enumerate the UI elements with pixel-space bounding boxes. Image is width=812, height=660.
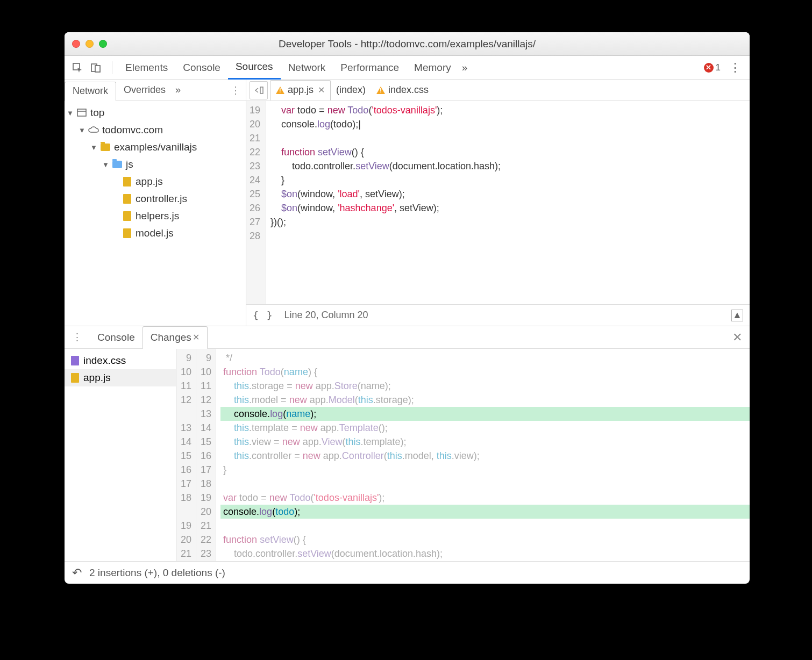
error-icon: ✕ (704, 63, 714, 73)
close-tab-icon[interactable]: ✕ (318, 85, 325, 95)
drawer-tabstrip: ⋮ ConsoleChanges ✕ ✕ (65, 326, 750, 349)
editor-tabstrip: app.js✕(index)index.css (246, 80, 750, 101)
changes-file-list[interactable]: index.cssapp.js (65, 349, 176, 561)
tree-root-label: top (90, 107, 104, 119)
inspect-element-icon[interactable] (70, 60, 85, 75)
tree-folder[interactable]: ▼ examples/vanillajs (65, 139, 246, 156)
tree-file[interactable]: app.js (65, 173, 246, 190)
divider (112, 61, 112, 74)
editor-nav-button[interactable] (250, 81, 268, 99)
file-icon (71, 356, 79, 365)
tree-file-label: model.js (136, 227, 174, 239)
revert-icon[interactable]: ↶ (72, 566, 82, 580)
panel-tab-memory[interactable]: Memory (407, 56, 459, 80)
editor-gutter: 19202122232425262728 (246, 101, 266, 304)
navigator-tab-overrides[interactable]: Overrides (116, 80, 173, 101)
tree-file[interactable]: model.js (65, 225, 246, 242)
diff-code: */ function Todo(name) { this.storage = … (216, 349, 750, 561)
file-icon (122, 211, 132, 221)
warning-icon (376, 87, 385, 94)
file-icon (71, 373, 79, 383)
pretty-print-button[interactable]: { } (253, 310, 274, 321)
changes-summary: 2 insertions (+), 0 deletions (-) (89, 567, 225, 579)
changes-file-label: app.js (83, 372, 111, 384)
devtools-window: Developer Tools - http://todomvc.com/exa… (65, 32, 750, 584)
zoom-window-button[interactable] (99, 40, 107, 48)
diff-gutter-old: 9101112 131415161718 192021 (176, 349, 196, 561)
traffic-lights (72, 40, 107, 48)
warning-icon (276, 87, 284, 94)
diff-gutter-new: 91011121314151617181920212223 (196, 349, 216, 561)
file-icon (122, 176, 132, 187)
cursor-position: Line 20, Column 20 (284, 310, 368, 321)
folder-icon (112, 159, 123, 170)
panel-tab-performance[interactable]: Performance (333, 56, 407, 80)
file-icon (122, 193, 132, 204)
navigator-overflow-icon[interactable]: » (175, 84, 181, 96)
tree-root[interactable]: ▼ top (65, 104, 246, 121)
editor-tab-label: index.css (388, 84, 429, 96)
main-toolbar: ElementsConsoleSourcesNetworkPerformance… (65, 56, 750, 80)
tree-file-label: helpers.js (136, 210, 179, 222)
changes-file-item[interactable]: index.css (65, 352, 176, 369)
editor-pane: app.js✕(index)index.css 1920212223242526… (246, 80, 750, 326)
editor-tab[interactable]: app.js✕ (270, 80, 331, 101)
drawer-menu-icon[interactable]: ⋮ (65, 331, 90, 343)
tree-subfolder-label: js (126, 159, 133, 170)
panel-tab-sources[interactable]: Sources (228, 56, 281, 80)
editor-tab[interactable]: index.css (371, 80, 434, 101)
tree-file[interactable]: helpers.js (65, 207, 246, 225)
settings-menu-icon[interactable]: ⋮ (726, 61, 744, 75)
editor-tab[interactable]: (index) (331, 80, 371, 101)
titlebar: Developer Tools - http://todomvc.com/exa… (65, 32, 750, 56)
tree-file[interactable]: controller.js (65, 190, 246, 207)
folder-icon (100, 142, 111, 153)
editor-statusbar: { } Line 20, Column 20 ▲ (246, 304, 750, 326)
editor-tab-label: (index) (336, 84, 366, 96)
file-icon (122, 228, 132, 239)
tree-file-label: controller.js (136, 193, 187, 205)
svg-rect-3 (77, 109, 86, 116)
drawer-close-icon[interactable]: ✕ (732, 331, 750, 345)
editor-tab-label: app.js (288, 84, 314, 96)
changes-file-item[interactable]: app.js (65, 369, 176, 386)
tree-origin[interactable]: ▼ todomvc.com (65, 121, 246, 139)
error-count: 1 (716, 62, 721, 73)
changes-statusbar: ↶ 2 insertions (+), 0 deletions (-) (65, 561, 750, 584)
navigator-tab-network[interactable]: Network (65, 82, 116, 101)
device-toolbar-icon[interactable] (88, 60, 103, 75)
window-title: Developer Tools - http://todomvc.com/exa… (65, 38, 750, 50)
svg-rect-2 (95, 66, 100, 72)
panel-tab-network[interactable]: Network (281, 56, 333, 80)
minimize-window-button[interactable] (86, 40, 94, 48)
panel-tab-elements[interactable]: Elements (118, 56, 175, 80)
drawer: ⋮ ConsoleChanges ✕ ✕ index.cssapp.js 910… (65, 326, 750, 584)
tabs-overflow-icon[interactable]: » (462, 62, 468, 74)
navigator-pane: NetworkOverrides » ⋮ ▼ top ▼ todomvc.com… (65, 80, 246, 326)
coverage-toggle-icon[interactable]: ▲ (731, 310, 743, 321)
cloud-icon (88, 125, 99, 135)
navigator-tabs: NetworkOverrides » ⋮ (65, 80, 246, 101)
code-editor[interactable]: 19202122232425262728 var todo = new Todo… (246, 101, 750, 304)
panel-tab-console[interactable]: Console (175, 56, 228, 80)
tree-folder-label: examples/vanillajs (114, 141, 197, 153)
changes-file-label: index.css (83, 355, 126, 367)
window-icon (76, 107, 87, 118)
error-count-badge[interactable]: ✕ 1 (704, 62, 721, 73)
diff-view[interactable]: 9101112 131415161718 192021 910111213141… (176, 349, 750, 561)
tree-subfolder[interactable]: ▼ js (65, 156, 246, 173)
close-window-button[interactable] (72, 40, 80, 48)
drawer-tab-console[interactable]: Console (90, 326, 143, 349)
navigator-menu-icon[interactable]: ⋮ (231, 84, 246, 96)
close-tab-icon[interactable]: ✕ (193, 332, 200, 342)
svg-rect-5 (260, 87, 263, 94)
tree-file-label: app.js (136, 176, 163, 188)
drawer-tab-changes[interactable]: Changes ✕ (143, 326, 208, 349)
tree-origin-label: todomvc.com (102, 124, 163, 136)
editor-code[interactable]: var todo = new Todo('todos-vanillajs'); … (266, 101, 750, 304)
file-tree[interactable]: ▼ top ▼ todomvc.com ▼ examples/vanillajs… (65, 101, 246, 326)
